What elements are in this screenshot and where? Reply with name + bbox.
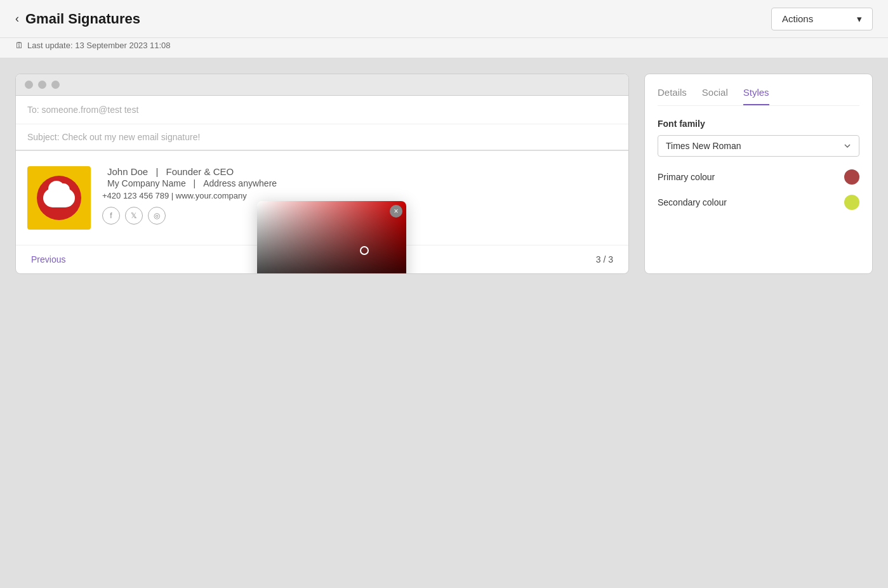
tabs: Details Social Styles bbox=[658, 87, 859, 106]
sig-title: Founder & CEO bbox=[166, 166, 234, 177]
font-family-select[interactable]: Times New Roman bbox=[658, 135, 859, 157]
picker-close-button[interactable]: × bbox=[390, 205, 402, 218]
facebook-icon[interactable]: f bbox=[102, 207, 120, 225]
sig-separator-2: | bbox=[194, 178, 199, 188]
sig-company: My Company Name | Address anywhere bbox=[102, 178, 617, 188]
tab-details[interactable]: Details bbox=[658, 87, 687, 105]
window-chrome bbox=[16, 74, 628, 96]
sig-phone: +420 123 456 789 bbox=[102, 191, 169, 200]
main-content: To: someone.from@test test Subject: Chec… bbox=[0, 58, 888, 289]
email-to-field: To: someone.from@test test bbox=[16, 96, 628, 124]
email-subject-field: Subject: Check out my new email signatur… bbox=[16, 124, 628, 151]
picker-cursor[interactable] bbox=[360, 246, 369, 255]
cloud-icon bbox=[43, 188, 75, 207]
calendar-icon: 🗓 bbox=[15, 41, 23, 50]
topbar: ‹ Gmail Signatures Actions ▾ bbox=[0, 0, 888, 38]
tab-social[interactable]: Social bbox=[702, 87, 728, 105]
sig-name: John Doe | Founder & CEO bbox=[102, 166, 617, 177]
secondary-colour-swatch[interactable] bbox=[844, 195, 859, 210]
subtitle-bar: 🗓 Last update: 13 September 2023 11:08 bbox=[0, 38, 888, 58]
topbar-left: ‹ Gmail Signatures bbox=[15, 11, 140, 27]
sig-company-name: My Company Name bbox=[107, 178, 186, 188]
color-picker-popup: × hsl 360 58 56 ✓ bbox=[257, 201, 406, 274]
sig-name-value: John Doe bbox=[107, 166, 148, 177]
email-preview-panel: To: someone.from@test test Subject: Chec… bbox=[15, 74, 629, 274]
sig-address: Address anywhere bbox=[203, 178, 277, 188]
window-dot-3 bbox=[51, 81, 60, 89]
avatar bbox=[27, 166, 91, 230]
secondary-colour-label: Secondary colour bbox=[658, 197, 727, 207]
sig-contact: +420 123 456 789 | www.your.company bbox=[102, 191, 617, 200]
primary-colour-row: Primary colour bbox=[658, 169, 859, 185]
secondary-colour-row: Secondary colour bbox=[658, 195, 859, 210]
color-picker-gradient[interactable] bbox=[257, 201, 406, 274]
chevron-down-icon: ▾ bbox=[857, 13, 862, 25]
actions-label: Actions bbox=[782, 13, 813, 24]
last-update-text: Last update: 13 September 2023 11:08 bbox=[27, 41, 171, 50]
sig-website: www.your.company bbox=[176, 191, 247, 200]
font-family-label: Font family bbox=[658, 119, 859, 129]
right-panel: Details Social Styles Font family Times … bbox=[644, 74, 873, 274]
primary-colour-label: Primary colour bbox=[658, 172, 715, 182]
sig-separator-1: | bbox=[156, 166, 161, 177]
actions-button[interactable]: Actions ▾ bbox=[771, 8, 873, 30]
window-dot-1 bbox=[25, 81, 33, 89]
avatar-inner bbox=[37, 176, 81, 220]
previous-button[interactable]: Previous bbox=[31, 254, 65, 265]
primary-colour-swatch[interactable] bbox=[844, 169, 859, 185]
back-button[interactable]: ‹ bbox=[15, 12, 19, 25]
instagram-icon[interactable]: ◎ bbox=[148, 207, 166, 225]
sig-separator-3: | bbox=[171, 191, 176, 200]
twitter-icon[interactable]: 𝕏 bbox=[125, 207, 143, 225]
page-count: 3 / 3 bbox=[596, 254, 613, 265]
tab-styles[interactable]: Styles bbox=[743, 87, 769, 105]
page-title: Gmail Signatures bbox=[25, 11, 140, 27]
window-dot-2 bbox=[38, 81, 46, 89]
